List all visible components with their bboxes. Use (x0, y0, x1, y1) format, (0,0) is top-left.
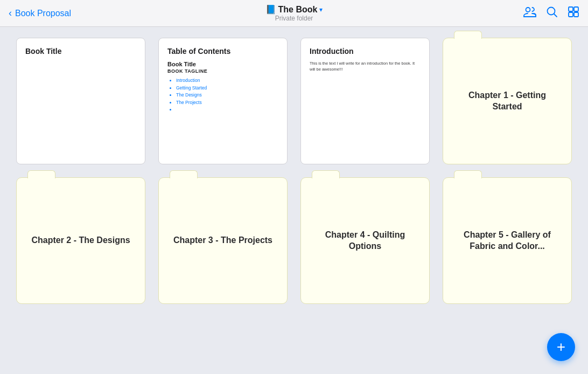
toc-item-blank (176, 106, 278, 114)
back-label: Book Proposal (15, 9, 71, 18)
back-button[interactable]: ‹ Book Proposal (9, 8, 71, 19)
chapter1-folder[interactable]: Chapter 1 - Getting Started (443, 38, 572, 164)
introduction-card[interactable]: Introduction This is the text I will wri… (300, 38, 430, 164)
chapter4-title: Chapter 4 - Quilting Options (301, 219, 429, 263)
toc-item: The Designs (176, 92, 278, 99)
add-button[interactable]: + (547, 333, 575, 361)
header-actions (523, 6, 579, 20)
toc-heading: Table of Contents (167, 47, 278, 56)
toc-item: The Projects (176, 99, 278, 107)
search-icon[interactable] (546, 6, 558, 20)
introduction-heading: Introduction (310, 47, 421, 56)
add-icon: + (557, 340, 565, 355)
toc-list: Introduction Getting Started The Designs… (167, 77, 278, 114)
chapter3-folder[interactable]: Chapter 3 - The Projects (158, 177, 288, 304)
svg-rect-2 (569, 7, 573, 11)
toc-item: Getting Started (176, 85, 278, 92)
chapter2-title: Chapter 2 - The Designs (20, 224, 141, 257)
title-row: 📘 The Book ▾ (265, 4, 323, 15)
svg-rect-3 (574, 7, 578, 11)
cards-grid: Book Title Table of Contents Book Title … (0, 27, 588, 315)
toc-card[interactable]: Table of Contents Book Title BOOK TAGLIN… (158, 38, 288, 164)
chapter4-folder[interactable]: Chapter 4 - Quilting Options (300, 177, 430, 304)
header-center: 📘 The Book ▾ Private folder (265, 4, 323, 22)
chapter5-title: Chapter 5 - Gallery of Fabric and Color.… (443, 219, 571, 263)
header-subtitle: Private folder (265, 15, 323, 22)
svg-rect-4 (569, 12, 573, 17)
header: ‹ Book Proposal 📘 The Book ▾ Private fol… (0, 0, 588, 27)
svg-rect-5 (574, 12, 578, 17)
page-title: The Book (278, 5, 318, 15)
chapter1-title: Chapter 1 - Getting Started (443, 79, 571, 123)
toc-item: Introduction (176, 77, 278, 85)
chapter2-folder[interactable]: Chapter 2 - The Designs (16, 177, 145, 304)
book-title-card[interactable]: Book Title (16, 38, 145, 164)
notebook-icon: 📘 (265, 4, 276, 15)
dropdown-arrow-icon[interactable]: ▾ (319, 6, 323, 13)
chapter5-folder[interactable]: Chapter 5 - Gallery of Fabric and Color.… (443, 177, 572, 304)
book-title-heading: Book Title (25, 47, 136, 56)
toc-tagline: BOOK TAGLINE (167, 68, 278, 74)
back-arrow-icon: ‹ (9, 8, 12, 19)
toc-book-title: Book Title (167, 61, 278, 67)
introduction-text: This is the text I will write for an int… (310, 61, 421, 72)
people-icon[interactable] (523, 6, 536, 20)
layout-icon[interactable] (568, 6, 579, 20)
chapter3-title: Chapter 3 - The Projects (163, 224, 283, 257)
svg-point-0 (526, 8, 530, 12)
